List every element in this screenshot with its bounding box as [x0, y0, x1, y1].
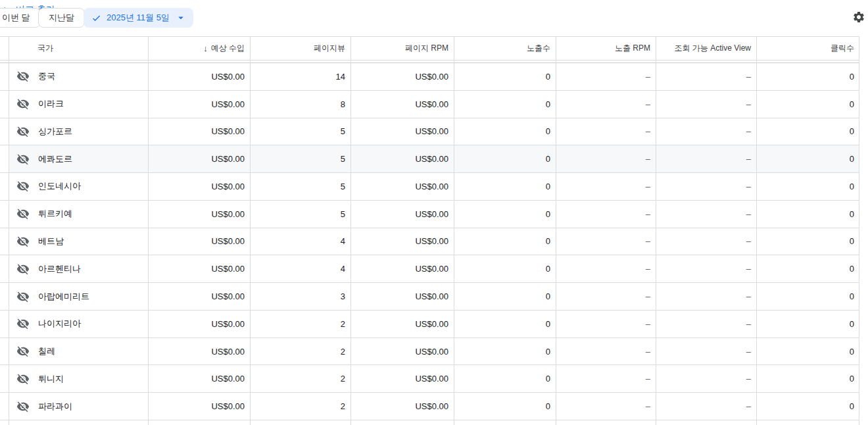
cell-page_rpm: US$0.00 — [350, 201, 454, 228]
cell-clicks: 0 — [756, 173, 859, 200]
row-gutter — [0, 145, 9, 172]
column-header-impressions[interactable]: 노출수 — [454, 37, 556, 60]
cell-country: 베트남 — [9, 228, 148, 255]
visibility-off-icon[interactable] — [16, 400, 30, 413]
column-header-label: 조회 가능 Active View — [675, 43, 751, 54]
cell-active_view: – — [656, 118, 756, 145]
cell-active_view: – — [656, 255, 756, 282]
check-icon — [91, 13, 101, 23]
date-range-label: 2025년 11월 5일 — [107, 12, 170, 24]
date-range-chip[interactable]: 2025년 11월 5일 — [84, 8, 193, 28]
column-header-label: 노출 RPM — [615, 43, 650, 54]
column-header-country[interactable]: 국가 — [9, 37, 148, 60]
cell-active_view: – — [656, 173, 756, 200]
table-row[interactable]: 칠레US$0.002US$0.000––0 — [0, 338, 859, 366]
row-gutter — [0, 118, 9, 145]
cell-clicks: 0 — [756, 201, 859, 228]
cell-page_rpm: US$0.00 — [350, 338, 454, 365]
row-gutter — [0, 255, 9, 282]
table-row[interactable]: 싱가포르US$0.005US$0.000––0 — [0, 118, 859, 146]
cell-impressions: 0 — [454, 283, 556, 310]
visibility-off-icon[interactable] — [16, 125, 30, 138]
table-row[interactable]: 아랍에미리트US$0.003US$0.000––0 — [0, 283, 859, 311]
cell-impression_rpm: – — [556, 145, 656, 172]
column-header-label: 국가 — [37, 43, 53, 54]
cell-earnings: US$0.00 — [148, 228, 250, 255]
cell-clicks: 0 — [756, 228, 859, 255]
row-gutter — [0, 228, 9, 255]
cell-clicks: 0 — [756, 255, 859, 282]
cell-impression_rpm: – — [556, 393, 656, 420]
cell-page_rpm: US$0.00 — [350, 145, 454, 172]
cell-page_rpm: US$0.00 — [350, 173, 454, 200]
visibility-off-icon[interactable] — [16, 153, 30, 166]
table-row[interactable]: 중국US$0.0014US$0.000––0 — [0, 63, 859, 91]
visibility-off-icon[interactable] — [16, 207, 30, 220]
cell-impressions: 0 — [454, 338, 556, 365]
table-row[interactable]: 베트남US$0.004US$0.000––0 — [0, 228, 859, 256]
this-month-button[interactable]: 이번 달 — [0, 8, 41, 28]
cell-country: 에콰도르 — [9, 145, 148, 172]
table-body: 중국US$0.0014US$0.000––0이라크US$0.008US$0.00… — [0, 63, 859, 424]
country-name: 에콰도르 — [38, 153, 72, 165]
cell-earnings: US$0.00 — [148, 91, 250, 118]
cell-pageviews: 5 — [250, 118, 350, 145]
cell-earnings: US$0.00 — [148, 173, 250, 200]
cell-page_rpm: US$0.00 — [350, 283, 454, 310]
table-row[interactable]: 에콰도르US$0.005US$0.000––0 — [0, 145, 859, 173]
settings-button[interactable] — [850, 9, 867, 26]
column-header-pageviews[interactable]: 페이지뷰 — [250, 37, 350, 60]
cell-clicks: 0 — [756, 118, 859, 145]
cell-page_rpm: US$0.00 — [350, 91, 454, 118]
cell-earnings: US$0.00 — [148, 255, 250, 282]
visibility-off-icon[interactable] — [16, 180, 30, 193]
column-header-clicks[interactable]: 클릭수 — [756, 37, 859, 60]
column-header-label: 페이지뷰 — [314, 43, 345, 54]
cell-impression_rpm: – — [556, 201, 656, 228]
visibility-off-icon[interactable] — [16, 70, 30, 83]
cell-country: 나이지리아 — [9, 311, 148, 338]
cell-pageviews: 2 — [250, 311, 350, 338]
visibility-off-icon[interactable] — [16, 262, 30, 276]
table-row[interactable]: 이라크US$0.008US$0.000––0 — [0, 91, 859, 118]
table-row[interactable]: 아르헨티나US$0.004US$0.000––0 — [0, 255, 859, 283]
cell-earnings: US$0.00 — [148, 63, 250, 90]
table-row[interactable]: 인도네시아US$0.005US$0.000––0 — [0, 173, 859, 201]
country-name: 튀르키예 — [38, 208, 72, 220]
column-header-impression_rpm[interactable]: 노출 RPM — [556, 37, 656, 60]
column-header-label: 페이지 RPM — [405, 43, 448, 54]
visibility-off-icon[interactable] — [16, 317, 30, 330]
table-row[interactable]: 튀르키예US$0.005US$0.000––0 — [0, 201, 859, 228]
cell-earnings: US$0.00 — [148, 311, 250, 338]
country-name: 아랍에미리트 — [38, 291, 89, 303]
last-month-button[interactable]: 지난달 — [38, 8, 85, 28]
column-header-page_rpm[interactable]: 페이지 RPM — [350, 37, 454, 60]
cell-pageviews: 2 — [250, 365, 350, 392]
cell-country: 튀니지 — [9, 365, 148, 392]
row-gutter — [0, 283, 9, 310]
visibility-off-icon[interactable] — [16, 235, 30, 248]
country-name: 나이지리아 — [38, 318, 81, 330]
visibility-off-icon[interactable] — [16, 290, 30, 303]
cell-country: 파라과이 — [9, 393, 148, 420]
visibility-off-icon[interactable] — [16, 372, 30, 386]
visibility-off-icon[interactable] — [16, 97, 30, 111]
cell-impression_rpm: – — [556, 283, 656, 310]
cell-impression_rpm: – — [556, 173, 656, 200]
cell-clicks: 0 — [756, 393, 859, 420]
table-row[interactable]: 파라과이US$0.002US$0.000––0 — [0, 393, 859, 420]
column-header-active_view[interactable]: 조회 가능 Active View — [656, 37, 756, 60]
table-row[interactable]: 튀니지US$0.002US$0.000––0 — [0, 365, 859, 393]
table-row[interactable]: 나이지리아US$0.002US$0.000––0 — [0, 311, 859, 338]
partial-row — [0, 420, 859, 424]
cell-earnings: US$0.00 — [148, 118, 250, 145]
visibility-off-icon[interactable] — [16, 345, 30, 358]
cell-active_view: – — [656, 91, 756, 118]
cell-active_view: – — [656, 228, 756, 255]
cell-earnings: US$0.00 — [148, 393, 250, 420]
country-name: 인도네시아 — [38, 180, 81, 192]
cell-country: 아르헨티나 — [9, 255, 148, 282]
cell-country: 이라크 — [9, 91, 148, 118]
cell-page_rpm: US$0.00 — [350, 393, 454, 420]
column-header-earnings[interactable]: ↓예상 수입 — [148, 37, 250, 60]
